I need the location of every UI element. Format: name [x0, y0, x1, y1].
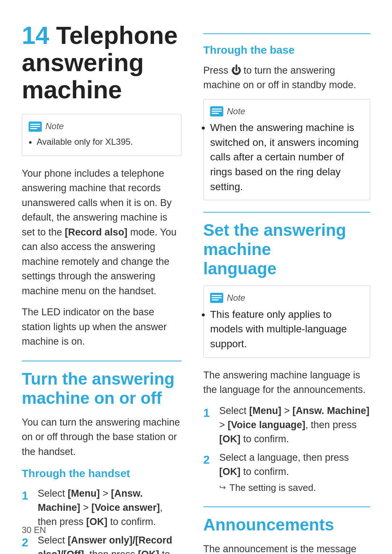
- arrow-symbol-lang: ↪: [219, 482, 226, 493]
- svg-rect-1: [30, 124, 40, 125]
- section-divider-right-3: [203, 506, 370, 507]
- section-divider-right-top: [203, 33, 370, 34]
- note-header-language: Note: [210, 292, 363, 304]
- note-label-1: Note: [45, 120, 64, 133]
- step-number-2: 2: [22, 534, 32, 551]
- lang-step-2-content: Select a language, then press [OK] to co…: [219, 451, 370, 495]
- svg-rect-7: [212, 113, 219, 114]
- intro-text-2: The LED indicator on the base station li…: [22, 305, 181, 349]
- lang-step-text-1: Select [Menu] > [Answ. Machine] > [Voice…: [219, 404, 370, 446]
- svg-rect-3: [30, 128, 37, 129]
- section1-body: You can turn the answering machine on or…: [22, 415, 181, 459]
- chapter-title-line2: answering: [22, 49, 144, 76]
- note-label-language: Note: [227, 292, 245, 304]
- lang-step-2-result: ↪ The setting is saved.: [219, 481, 370, 495]
- note-list-1: Available only for XL395.: [37, 136, 175, 148]
- note-icon: [29, 122, 42, 132]
- arrow-text-lang: The setting is saved.: [229, 481, 316, 495]
- svg-rect-11: [212, 299, 219, 300]
- announcements-text: The announcement is the message your cal…: [203, 542, 370, 554]
- note-icon-language: [210, 293, 223, 303]
- svg-rect-2: [30, 126, 40, 127]
- note-list-base: When the answering machine is switched o…: [210, 120, 363, 194]
- section1-title: Turn the answering machine on or off: [22, 369, 181, 408]
- svg-rect-6: [212, 111, 222, 112]
- page-container: 14 Telephone answering machine Note Avai…: [0, 0, 392, 554]
- section3-title: Announcements: [203, 515, 370, 534]
- note-box-availability: Note Available only for XL395.: [22, 114, 181, 156]
- page-footer: 30 EN: [22, 524, 46, 537]
- section-divider-1: [22, 361, 181, 361]
- note-header-base: Note: [210, 105, 363, 118]
- right-column: Through the base Press ⏻ to turn the ans…: [200, 22, 370, 554]
- svg-rect-5: [212, 108, 222, 110]
- step-text-2: Select [Answer only]/[Record also]/[Off]…: [38, 533, 181, 554]
- step-text-1: Select [Menu] > [Answ. Machine] > [Voice…: [38, 487, 181, 529]
- left-column: 14 Telephone answering machine Note Avai…: [22, 22, 200, 554]
- note-icon-base: [210, 106, 223, 116]
- intro-text-1: Your phone includes a telephone answerin…: [22, 166, 181, 299]
- note-header: Note: [29, 120, 175, 133]
- step-2-content: Select [Answer only]/[Record also]/[Off]…: [38, 533, 181, 554]
- note-box-base: Note When the answering machine is switc…: [203, 99, 370, 201]
- lang-step-number-1: 1: [203, 405, 213, 421]
- language-steps: 1 Select [Menu] > [Answ. Machine] > [Voi…: [203, 404, 370, 495]
- section-divider-right-2: [203, 212, 370, 213]
- lang-step-text-2: Select a language, then press [OK] to co…: [219, 451, 370, 479]
- language-step-1: 1 Select [Menu] > [Answ. Machine] > [Voi…: [203, 404, 370, 446]
- svg-rect-10: [212, 297, 222, 298]
- note-item-1: Available only for XL395.: [37, 136, 175, 148]
- note-item-language: This feature only applies to models with…: [210, 307, 363, 352]
- subsection-base-title: Through the base: [203, 42, 370, 58]
- section2-title: Set the answering machine language: [203, 221, 370, 278]
- lang-step-number-2: 2: [203, 451, 213, 468]
- subsection-handset-title: Through the handset: [22, 465, 181, 481]
- handset-step-1: 1 Select [Menu] > [Answ. Machine] > [Voi…: [22, 487, 181, 529]
- language-step-2: 2 Select a language, then press [OK] to …: [203, 451, 370, 495]
- note-box-language: Note This feature only applies to models…: [203, 286, 370, 358]
- chapter-title-line3: machine: [22, 76, 122, 103]
- chapter-title-line1: Telephone: [56, 21, 178, 49]
- step-number-1: 1: [22, 487, 32, 504]
- handset-steps: 1 Select [Menu] > [Answ. Machine] > [Voi…: [22, 487, 181, 554]
- language-intro: The answering machine language is the la…: [203, 368, 370, 397]
- note-item-base: When the answering machine is switched o…: [210, 120, 363, 194]
- base-text: Press ⏻ to turn the answering machine on…: [203, 63, 370, 93]
- svg-rect-9: [212, 295, 222, 296]
- chapter-number: 14: [22, 21, 49, 49]
- note-label-base: Note: [227, 105, 245, 118]
- chapter-title: 14 Telephone answering machine: [22, 22, 181, 103]
- note-list-language: This feature only applies to models with…: [210, 307, 363, 352]
